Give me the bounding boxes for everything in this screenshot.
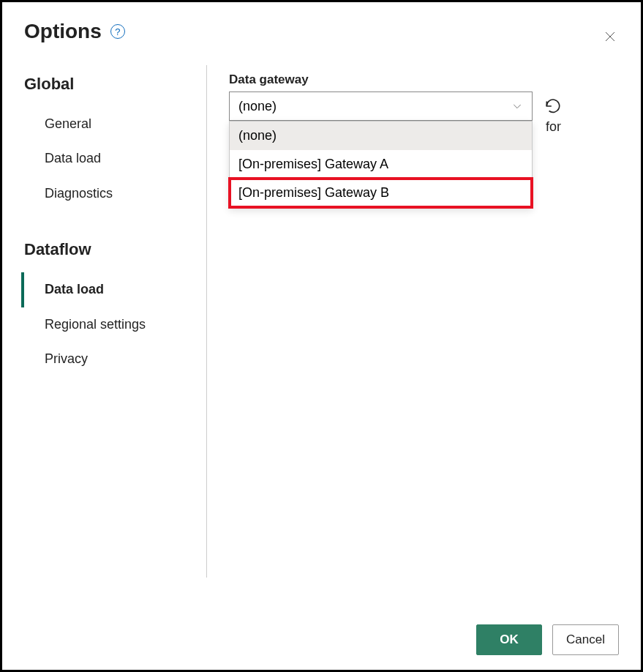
help-icon-glyph: ? xyxy=(115,26,120,37)
sidebar-item-privacy[interactable]: Privacy xyxy=(21,342,195,376)
sidebar-section-global: Global xyxy=(24,75,195,94)
close-button[interactable] xyxy=(601,28,619,45)
main-panel: Data gateway (none) for (none) [On-premi… xyxy=(207,65,619,578)
sidebar-section-dataflow: Dataflow xyxy=(24,240,195,259)
data-gateway-select[interactable]: (none) xyxy=(229,92,533,121)
ok-button[interactable]: OK xyxy=(476,624,542,655)
dropdown-option-none[interactable]: (none) xyxy=(230,122,532,150)
help-icon[interactable]: ? xyxy=(110,24,125,39)
dropdown-option-gateway-a[interactable]: [On-premises] Gateway A xyxy=(230,150,532,179)
refresh-gateways-button[interactable] xyxy=(540,93,566,119)
chevron-down-icon xyxy=(511,100,523,112)
data-gateway-selected-value: (none) xyxy=(238,99,277,114)
cancel-button[interactable]: Cancel xyxy=(552,624,619,655)
refresh-icon xyxy=(544,97,563,116)
page-title: Options xyxy=(24,20,102,43)
options-sidebar: Global General Data load Diagnostics Dat… xyxy=(24,65,207,578)
sidebar-item-dataflow-data-load[interactable]: Data load xyxy=(21,272,195,307)
sidebar-item-general[interactable]: General xyxy=(21,107,195,141)
sidebar-item-diagnostics[interactable]: Diagnostics xyxy=(21,176,195,211)
dropdown-option-gateway-b[interactable]: [On-premises] Gateway B xyxy=(230,179,532,207)
close-icon xyxy=(603,30,617,43)
data-gateway-dropdown: (none) [On-premises] Gateway A [On-premi… xyxy=(229,121,533,208)
data-gateway-label: Data gateway xyxy=(229,72,619,87)
sidebar-item-regional-settings[interactable]: Regional settings xyxy=(21,307,195,342)
trailing-hint-text: for xyxy=(546,119,561,135)
sidebar-item-global-data-load[interactable]: Data load xyxy=(21,141,195,176)
